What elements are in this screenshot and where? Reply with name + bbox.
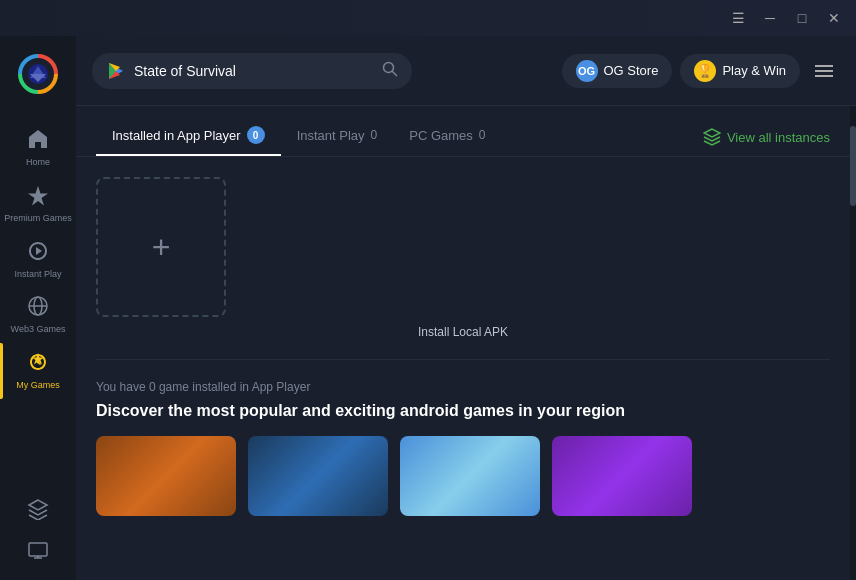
sidebar-home-label: Home bbox=[26, 157, 50, 168]
sidebar-item-screen[interactable] bbox=[0, 531, 76, 572]
game-thumb-2[interactable] bbox=[248, 436, 388, 516]
sidebar-item-home[interactable]: Home bbox=[0, 120, 76, 176]
tab-pc-games[interactable]: PC Games 0 bbox=[393, 120, 501, 155]
tab-installed[interactable]: Installed in App Player 0 bbox=[96, 118, 281, 156]
svg-rect-12 bbox=[815, 65, 833, 67]
svg-rect-14 bbox=[815, 75, 833, 77]
sidebar-instant-label: Instant Play bbox=[14, 269, 61, 280]
install-apk-card[interactable]: + bbox=[96, 177, 226, 317]
google-play-icon bbox=[106, 61, 126, 81]
logo-icon bbox=[16, 52, 60, 96]
og-store-label: OG Store bbox=[604, 63, 659, 78]
og-store-icon: OG bbox=[576, 60, 598, 82]
maximize-button[interactable]: □ bbox=[788, 4, 816, 32]
instant-play-count: 0 bbox=[371, 128, 378, 142]
game-thumb-1[interactable] bbox=[96, 436, 236, 516]
pc-games-count: 0 bbox=[479, 128, 486, 142]
tabs-section: Installed in App Player 0 Instant Play 0… bbox=[76, 106, 850, 157]
discover-title: Discover the most popular and exciting a… bbox=[96, 402, 830, 420]
tabs-row: Installed in App Player 0 Instant Play 0… bbox=[96, 118, 830, 156]
view-all-instances-button[interactable]: View all instances bbox=[703, 128, 830, 146]
content-area: Installed in App Player 0 Instant Play 0… bbox=[76, 106, 850, 580]
my-games-icon bbox=[27, 351, 49, 376]
title-bar: ☰ ─ □ ✕ bbox=[0, 0, 856, 36]
layers-stack-icon bbox=[703, 128, 721, 146]
search-icon[interactable] bbox=[382, 61, 398, 81]
close-button[interactable]: ✕ bbox=[820, 4, 848, 32]
install-section: + Install Local APK bbox=[76, 157, 850, 359]
svg-rect-13 bbox=[815, 70, 833, 72]
play-win-button[interactable]: 🏆 Play & Win bbox=[680, 54, 800, 88]
instant-play-icon bbox=[27, 240, 49, 265]
app-body: Home Premium Games Instant Play Web3 Gam… bbox=[0, 36, 856, 580]
sidebar-web3-label: Web3 Games bbox=[11, 324, 66, 335]
sidebar-bottom bbox=[0, 490, 76, 572]
sidebar-item-my-games[interactable]: My Games bbox=[0, 343, 76, 399]
svg-rect-7 bbox=[29, 543, 47, 556]
plus-icon: + bbox=[152, 231, 171, 263]
svg-line-11 bbox=[392, 71, 397, 76]
sidebar-item-instant-play[interactable]: Instant Play bbox=[0, 232, 76, 288]
game-thumb-4[interactable] bbox=[552, 436, 692, 516]
title-bar-controls: ☰ ─ □ ✕ bbox=[724, 4, 848, 32]
sidebar-item-layers[interactable] bbox=[0, 490, 76, 531]
search-input[interactable] bbox=[134, 63, 374, 79]
discover-sub-text: You have 0 game installed in App Player bbox=[96, 380, 830, 394]
play-win-label: Play & Win bbox=[722, 63, 786, 78]
layers-icon bbox=[27, 498, 49, 523]
screen-icon bbox=[27, 539, 49, 564]
sidebar: Home Premium Games Instant Play Web3 Gam… bbox=[0, 36, 76, 580]
view-all-label: View all instances bbox=[727, 130, 830, 145]
hamburger-button[interactable] bbox=[808, 55, 840, 87]
scrollbar-track bbox=[850, 106, 856, 580]
sidebar-item-premium-games[interactable]: Premium Games bbox=[0, 176, 76, 232]
game-thumbnails-row bbox=[96, 436, 830, 516]
installed-tab-label: Installed in App Player bbox=[112, 128, 241, 143]
installed-badge: 0 bbox=[247, 126, 265, 144]
bluestacks-logo bbox=[8, 44, 68, 104]
top-bar: OG OG Store 🏆 Play & Win bbox=[76, 36, 856, 106]
web3-icon bbox=[27, 295, 49, 320]
sidebar-premium-label: Premium Games bbox=[4, 213, 72, 224]
minimize-button[interactable]: ─ bbox=[756, 4, 784, 32]
og-store-button[interactable]: OG OG Store bbox=[562, 54, 673, 88]
play-store-icon bbox=[106, 61, 126, 81]
instant-play-tab-label: Instant Play bbox=[297, 128, 365, 143]
sidebar-my-games-label: My Games bbox=[16, 380, 60, 391]
install-apk-label: Install Local APK bbox=[96, 325, 830, 339]
menu-button[interactable]: ☰ bbox=[724, 4, 752, 32]
top-bar-actions: OG OG Store 🏆 Play & Win bbox=[562, 54, 841, 88]
coin-icon: 🏆 bbox=[694, 60, 716, 82]
game-thumb-3[interactable] bbox=[400, 436, 540, 516]
sidebar-item-web3-games[interactable]: Web3 Games bbox=[0, 287, 76, 343]
discover-section: You have 0 game installed in App Player … bbox=[76, 360, 850, 536]
home-icon bbox=[27, 128, 49, 153]
premium-games-icon bbox=[27, 184, 49, 209]
search-bar[interactable] bbox=[92, 53, 412, 89]
tab-instant-play[interactable]: Instant Play 0 bbox=[281, 120, 394, 155]
pc-games-tab-label: PC Games bbox=[409, 128, 473, 143]
scrollbar-thumb[interactable] bbox=[850, 126, 856, 206]
active-indicator bbox=[0, 343, 3, 399]
